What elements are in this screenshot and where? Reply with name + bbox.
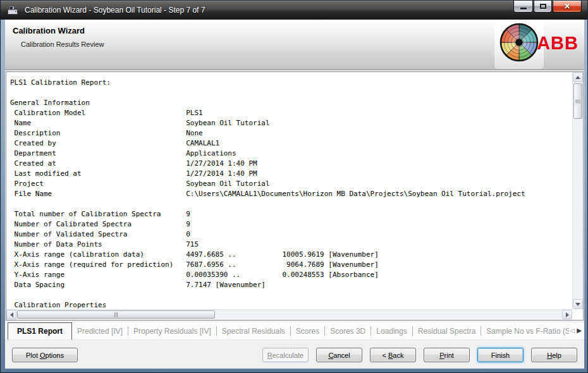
tab-residual-spectra[interactable]: Residual Spectra <box>413 327 481 336</box>
wizard-header: Calibration Wizard Calibration Results R… <box>5 20 584 70</box>
help-button[interactable]: Help <box>531 348 577 362</box>
thumb-grip <box>114 312 118 317</box>
scroll-left-button[interactable] <box>6 310 16 319</box>
title-bar[interactable]: Calibration Wizard - Soybean Oil Tutoria… <box>1 1 587 20</box>
window-controls: ✕ <box>513 1 582 13</box>
tab-scores[interactable]: Scores <box>291 327 324 336</box>
scroll-up-button[interactable] <box>573 72 583 82</box>
tab-spectral-residuals[interactable]: Spectral Residuals <box>217 327 290 336</box>
wizard-button-row: Recalculate Cancel < Back Print Finish H… <box>262 348 577 362</box>
tab-pls1-report[interactable]: PLS1 Report <box>8 322 72 339</box>
wizard-window: Calibration Wizard - Soybean Oil Tutoria… <box>0 0 588 373</box>
tab-scroll-left-icon[interactable]: ◁ <box>570 327 575 334</box>
minimize-icon <box>520 8 527 9</box>
thumb-grip <box>575 100 580 103</box>
close-button[interactable]: ✕ <box>553 1 582 13</box>
arrow-right-icon <box>566 312 569 317</box>
plot-options-button[interactable]: Plot Options <box>12 348 78 362</box>
report-panel: PLS1 Calibration Report: General Informa… <box>6 71 584 321</box>
cancel-button[interactable]: Cancel <box>316 348 362 362</box>
recalculate-button[interactable]: Recalculate <box>262 348 309 362</box>
scroll-down-button[interactable] <box>573 299 583 309</box>
scroll-right-button[interactable] <box>562 310 572 319</box>
tab-scores-3d[interactable]: Scores 3D <box>325 327 371 336</box>
arrow-left-icon <box>10 312 13 317</box>
minimize-button[interactable] <box>513 1 533 13</box>
tab-predicted-iv[interactable]: Predicted [IV] <box>72 327 128 336</box>
restore-button[interactable] <box>534 1 552 13</box>
vertical-scrollbar[interactable] <box>572 72 583 309</box>
vertical-scroll-thumb[interactable] <box>573 83 582 119</box>
color-wheel-logo-icon <box>499 22 539 63</box>
results-tab-bar: PLS1 Report Predicted [IV] Property Resi… <box>5 322 584 340</box>
horizontal-scrollbar[interactable] <box>6 309 572 320</box>
close-icon: ✕ <box>564 3 570 10</box>
restore-icon <box>540 4 546 9</box>
tab-scroll-right-icon[interactable]: ▶ <box>577 327 582 334</box>
wizard-title: Calibration Wizard <box>13 26 85 35</box>
print-button[interactable]: Print <box>424 348 470 362</box>
app-icon <box>7 5 20 15</box>
finish-button[interactable]: Finish <box>477 348 524 362</box>
tab-scroll-controls: ◁ ▶ <box>569 322 584 339</box>
abb-brand-logo: ABB <box>537 34 579 52</box>
tab-property-residuals-iv[interactable]: Property Residuals [IV] <box>128 327 216 336</box>
arrow-down-icon <box>575 303 580 306</box>
window-title: Calibration Wizard - Soybean Oil Tutoria… <box>25 6 205 15</box>
dialog-client-area: Calibration Wizard Calibration Results R… <box>5 20 584 369</box>
wizard-step-subtitle: Calibration Results Review <box>21 40 104 48</box>
arrow-up-icon <box>575 76 580 79</box>
back-button[interactable]: < Back <box>370 348 416 362</box>
calibration-report-text: PLS1 Calibration Report: General Informa… <box>6 72 572 309</box>
tab-loadings[interactable]: Loadings <box>371 327 412 336</box>
horizontal-scroll-thumb[interactable] <box>17 310 215 319</box>
